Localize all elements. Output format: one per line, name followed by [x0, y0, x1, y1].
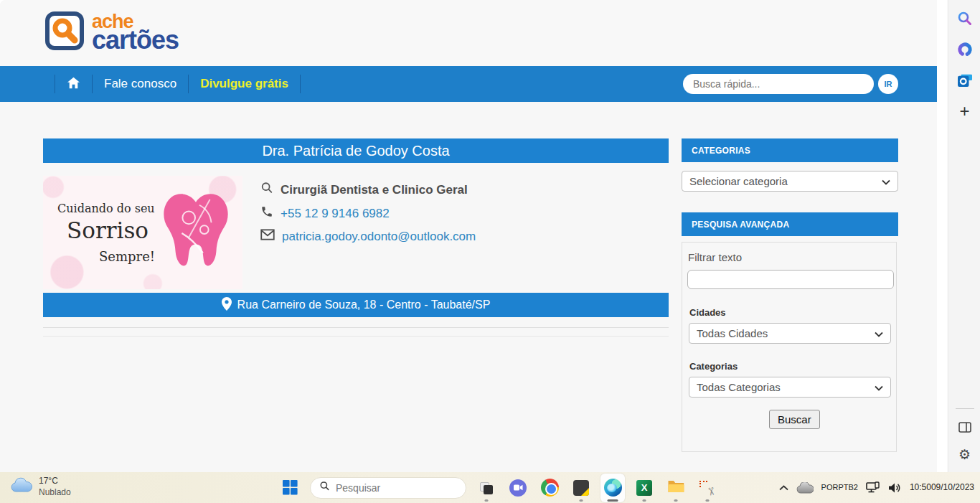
- advanced-search-header: PESQUISA AVANÇADA: [682, 212, 898, 236]
- chat-video-icon: [509, 479, 527, 497]
- weather-temp: 17°C: [39, 476, 58, 486]
- categories-filter-select[interactable]: Todas Categorias: [689, 377, 891, 398]
- filter-text-input[interactable]: [687, 270, 894, 289]
- microsoft365-icon[interactable]: [956, 40, 974, 59]
- volume-icon[interactable]: [888, 482, 902, 494]
- running-indicator: [674, 499, 678, 502]
- edge-sidebar-bottom: ⚙: [956, 408, 974, 464]
- cities-label: Cidades: [689, 307, 726, 318]
- divider: [43, 336, 669, 337]
- taskbar-search-box[interactable]: [310, 477, 466, 499]
- home-icon: [67, 77, 80, 92]
- running-indicator: [643, 499, 646, 502]
- nav-home-link[interactable]: [67, 77, 80, 92]
- active-indicator: [608, 499, 618, 502]
- tooth-illustration: [161, 186, 231, 281]
- categories-header-label: CATEGORIAS: [692, 146, 750, 156]
- sticky-notes-button[interactable]: [569, 474, 593, 502]
- snip-selection-corner: [699, 481, 707, 487]
- sidebar-panel-icon[interactable]: [956, 418, 974, 436]
- nav-item-divulgue-gratis[interactable]: Divulgue grátis: [200, 77, 288, 91]
- card-text-line1: Cuidando do seu: [57, 202, 155, 215]
- browser-scrollbar[interactable]: [937, 0, 948, 472]
- taskbar-search-input[interactable]: [336, 482, 443, 494]
- chevron-down-icon: [882, 175, 890, 187]
- cloud-weather-icon: [10, 477, 33, 496]
- chrome-icon: [541, 479, 559, 497]
- windows-logo-icon: [283, 480, 298, 495]
- sidebar-divider: [956, 408, 974, 409]
- file-explorer-button[interactable]: [664, 474, 688, 502]
- quick-search: IR: [683, 74, 898, 94]
- teams-chat-button[interactable]: [506, 474, 530, 502]
- search-submit-button[interactable]: Buscar: [769, 410, 820, 429]
- weather-text: 17°C Nublado: [39, 475, 71, 498]
- listing-address: Rua Carneiro de Souza, 18 - Centro - Tau…: [237, 298, 491, 311]
- email-row: patricia.godoy.odonto@outlook.com: [260, 229, 476, 244]
- hidden-icons-chevron[interactable]: [779, 485, 788, 491]
- logo-word-cartoes: cartões: [92, 29, 179, 51]
- sticky-notes-icon: [573, 480, 589, 496]
- site-header: ache cartões: [0, 0, 937, 66]
- search-icon: [319, 481, 330, 494]
- start-button[interactable]: [278, 474, 302, 502]
- running-indicator: [706, 499, 710, 502]
- outlook-icon[interactable]: [956, 71, 974, 90]
- category-select[interactable]: Selecionar categoria: [682, 171, 898, 192]
- address-bar: Rua Carneiro de Souza, 18 - Centro - Tau…: [43, 293, 669, 317]
- onedrive-icon[interactable]: [796, 482, 814, 494]
- listing-phone-link[interactable]: +55 12 9 9146 6982: [281, 207, 390, 221]
- category-row: Cirurgiã Dentista e Clinico Geral: [260, 182, 476, 198]
- logo-text: ache cartões: [92, 14, 179, 51]
- language-code: POR: [821, 483, 839, 493]
- nav-separator: [188, 75, 189, 93]
- cities-select-value: Todas Cidades: [697, 327, 768, 339]
- quick-search-input[interactable]: [683, 74, 874, 94]
- tray-time: 10:50: [910, 482, 931, 494]
- bing-search-icon[interactable]: [956, 9, 974, 28]
- nav-item-fale-conosco[interactable]: Fale conosco: [104, 77, 176, 91]
- main-nav: Fale conosco Divulgue grátis IR: [0, 66, 937, 102]
- language-indicator[interactable]: POR PTB2: [821, 483, 858, 493]
- cities-select[interactable]: Todas Cidades: [689, 323, 891, 344]
- task-view-icon-front: [484, 485, 493, 494]
- listing-category: Cirurgiã Dentista e Clinico Geral: [281, 183, 468, 197]
- nav-separator: [55, 75, 55, 93]
- card-text-line2: Sorriso: [67, 217, 149, 243]
- weather-condition: Nublado: [39, 487, 71, 497]
- chevron-down-icon: [875, 381, 883, 393]
- phone-row: +55 12 9 9146 6982: [260, 205, 476, 222]
- task-view-button[interactable]: [474, 474, 499, 502]
- edge-sidebar: + ⚙: [949, 0, 980, 472]
- network-icon[interactable]: [866, 481, 880, 494]
- add-sidebar-item-icon[interactable]: +: [956, 102, 974, 121]
- windows-taskbar: 17°C Nublado: [0, 472, 980, 503]
- edge-button[interactable]: [600, 474, 625, 502]
- chrome-button[interactable]: [537, 474, 562, 502]
- excel-button[interactable]: X: [632, 474, 656, 502]
- nav-separator: [300, 75, 301, 93]
- desktop: ache cartões Fale conosco Divulgue gráti…: [0, 0, 980, 503]
- folder-icon: [667, 479, 685, 497]
- phone-icon: [260, 205, 273, 222]
- listing-title-bar: Dra. Patrícia de Godoy Costa: [43, 138, 669, 163]
- keyboard-layout: PTB2: [838, 483, 858, 493]
- business-card-image: Cuidando do seu Sorriso Sempre!: [43, 176, 242, 289]
- site-logo[interactable]: ache cartões: [44, 11, 179, 54]
- browser-viewport: ache cartões Fale conosco Divulgue gráti…: [0, 0, 937, 472]
- scissors-glyph: ✂: [705, 486, 719, 497]
- clock-widget[interactable]: 10:50 09/10/2023: [910, 482, 974, 494]
- snipping-tool-icon: ✂: [699, 479, 716, 497]
- quick-search-go-button[interactable]: IR: [878, 74, 898, 94]
- edge-icon: [604, 479, 622, 497]
- categories-header: CATEGORIAS: [682, 138, 898, 162]
- advanced-search-header-label: PESQUISA AVANÇADA: [692, 220, 789, 230]
- snipping-tool-button[interactable]: ✂: [695, 474, 720, 502]
- system-tray: POR PTB2 10:50 09/10/: [779, 472, 974, 503]
- category-select-value: Selecionar categoria: [689, 175, 788, 187]
- advanced-search-panel: Filtrar texto Cidades Todas Cidades Cate…: [682, 242, 897, 452]
- card-text-line3: Sempre!: [99, 249, 155, 264]
- weather-widget[interactable]: 17°C Nublado: [10, 475, 71, 498]
- settings-gear-icon[interactable]: ⚙: [956, 445, 974, 464]
- listing-email-link[interactable]: patricia.godoy.odonto@outlook.com: [282, 230, 476, 244]
